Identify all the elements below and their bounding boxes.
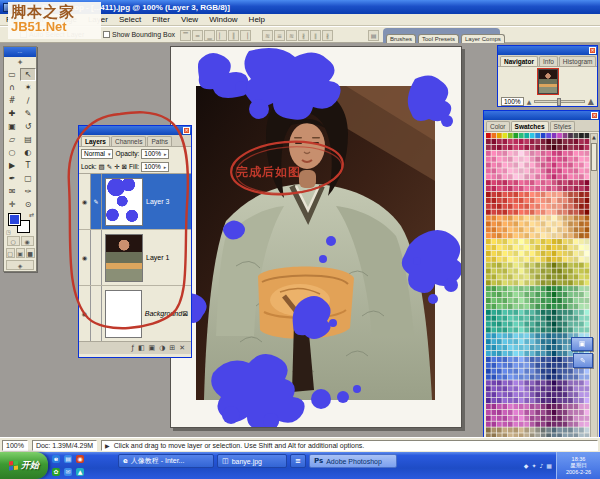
palette-title-bar[interactable]: ✕ [484,111,599,120]
path-selection-tool[interactable]: ▶ [4,159,20,172]
tab-histogram[interactable]: Histogram [559,56,597,66]
well-tab-tool-presets[interactable]: Tool Presets [418,34,459,43]
type-tool[interactable]: T [20,159,36,172]
close-icon[interactable]: ✕ [589,47,596,54]
fill-value[interactable]: 100%▸ [141,162,169,172]
clone-stamp-tool[interactable]: ▣ [4,120,20,133]
align-top-button[interactable]: ▔ [180,30,191,41]
tab-navigator[interactable]: Navigator [500,56,538,66]
lock-transparency-button[interactable]: ▨ [99,163,105,171]
add-layer-mask-button[interactable]: ◧ [138,344,145,352]
task-mini[interactable]: ≡ [290,454,306,468]
zoom-in-icon[interactable]: ▲ [588,97,594,106]
tab-styles[interactable]: Styles [550,121,576,131]
shape-tool[interactable]: ▢ [20,172,36,185]
mini-window-1[interactable]: ▣ [571,337,593,351]
zoom-tool[interactable]: ⊙ [20,198,36,211]
doc-size-indicator[interactable]: Doc: 1.39M/4.29M [32,440,97,451]
rectangular-marquee-tool[interactable]: ▭ [4,68,20,81]
visibility-eye-icon[interactable]: ◉ [79,174,91,229]
palette-title-bar[interactable]: ✕ [79,126,191,135]
blur-tool[interactable]: ○ [4,146,20,159]
close-icon[interactable]: ✕ [183,127,190,134]
align-vcenter-button[interactable]: ═ [192,30,203,41]
standard-screen-button[interactable]: ▢ [6,248,15,258]
swatches-scrollbar[interactable]: ▲▼ [590,133,598,451]
distribute-right-button[interactable]: ∦ [322,30,333,41]
tab-paths[interactable]: Paths [147,136,172,146]
magic-wand-tool[interactable]: ✶ [20,81,36,94]
palette-title-bar[interactable]: ✕ [498,46,597,55]
tray-network-icon[interactable]: ✦ [531,462,536,469]
standard-mode-button[interactable]: ○ [7,236,20,246]
quick-mask-mode-button[interactable]: ◉ [21,236,34,246]
new-adjustment-layer-button[interactable]: ◑ [159,344,165,352]
menu-help[interactable]: Help [249,15,265,24]
foreground-color-swatch[interactable] [8,213,21,226]
task-image-viewer[interactable]: ◫banye.jpg [217,454,287,468]
task-ie-window[interactable]: e人像教程 - Inter... [118,454,214,468]
layer-row[interactable]: ◉✎Layer 3 [79,174,191,230]
start-button[interactable]: 开始 [0,452,48,479]
tab-info[interactable]: Info [539,56,558,66]
default-colors-icon[interactable]: ◳ [6,229,11,235]
tab-color[interactable]: Color [486,121,510,131]
task-photoshop[interactable]: PsAdobe Photoshop [309,454,397,468]
tray-media-icon[interactable]: ♪ [539,462,543,469]
zoom-out-icon[interactable]: ▲ [527,98,532,105]
menu-select[interactable]: Select [119,15,141,24]
blend-mode-select[interactable]: Normal▾ [81,149,113,159]
fullscreen-menu-button[interactable]: ▣ [16,248,25,258]
zoom-field[interactable]: 100% [2,440,28,451]
opacity-value[interactable]: 100%▸ [141,149,169,159]
distribute-bottom-button[interactable]: ≋ [286,30,297,41]
menu-filter[interactable]: Filter [152,15,170,24]
distribute-left-button[interactable]: ∦ [298,30,309,41]
visibility-eye-icon[interactable]: ◉ [79,286,91,341]
tab-layers[interactable]: Layers [81,136,110,146]
hand-tool[interactable]: ✛ [4,198,20,211]
distribute-top-button[interactable]: ≋ [262,30,273,41]
lock-all-button[interactable]: ⊠ [122,163,127,171]
move-tool[interactable]: ↖ [20,68,36,81]
slice-tool[interactable]: ∕ [20,94,36,107]
add-layer-style-button[interactable]: ƒ [131,344,133,352]
align-bottom-button[interactable]: ▁ [204,30,215,41]
lasso-tool[interactable]: ∩ [4,81,20,94]
layer-row[interactable]: ◉Layer 1 [79,230,191,286]
file-browser-button[interactable]: ▤ [368,30,379,41]
distribute-vcenter-button[interactable]: ≡ [274,30,285,41]
notes-tool[interactable]: ✉ [4,185,20,198]
document-canvas[interactable] [170,46,462,428]
zoom-slider[interactable] [534,100,585,103]
show-bounding-box-checkbox[interactable]: Show Bounding Box [103,31,175,38]
tray-volume-icon[interactable]: ◆ [524,462,529,469]
menu-view[interactable]: View [181,15,198,24]
dodge-tool[interactable]: ◐ [20,146,36,159]
well-tab-brushes[interactable]: Brushes [386,34,416,43]
tray-input-icon[interactable]: ▦ [546,462,552,469]
quick-media[interactable]: ◉ [76,455,84,463]
menu-window[interactable]: Window [209,15,237,24]
navigator-zoom-field[interactable]: 100% [501,97,524,106]
fullscreen-button[interactable]: ■ [26,248,35,258]
lock-position-button[interactable]: ✛ [114,163,119,171]
quick-tool[interactable]: ▲ [76,468,84,476]
navigator-preview[interactable] [498,67,597,95]
visibility-eye-icon[interactable]: ◉ [79,230,91,285]
taskbar-clock[interactable]: 18:36星期日2006-2-26 [556,452,600,479]
jump-to-imageready-button[interactable]: ◈ [6,260,34,270]
swatch-grid[interactable] [486,133,590,451]
layer-row[interactable]: ◉Background⊠ [79,286,191,341]
align-hcenter-button[interactable]: ║ [228,30,239,41]
quick-desktop[interactable]: ▤ [64,455,72,463]
crop-tool[interactable]: # [4,94,20,107]
close-icon[interactable]: ✕ [591,112,598,119]
align-right-button[interactable]: ▕ [240,30,251,41]
delete-layer-button[interactable]: ✕ [179,344,185,352]
history-brush-tool[interactable]: ↺ [20,120,36,133]
pen-tool[interactable]: ✒ [4,172,20,185]
healing-brush-tool[interactable]: ✚ [4,107,20,120]
quick-ie[interactable]: e [52,455,60,463]
quick-mail[interactable]: ✉ [64,468,72,476]
